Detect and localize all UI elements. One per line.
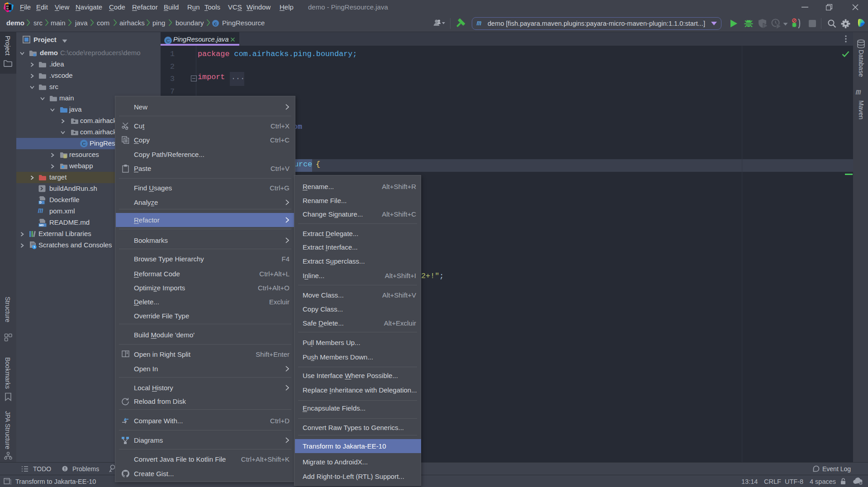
svg-text:MD: MD [39, 223, 44, 227]
svg-text:IJ: IJ [6, 5, 9, 8]
svg-text:C: C [166, 38, 170, 43]
svg-text:D: D [39, 201, 42, 204]
svg-text:C: C [214, 21, 217, 26]
svg-text:C: C [82, 141, 86, 147]
